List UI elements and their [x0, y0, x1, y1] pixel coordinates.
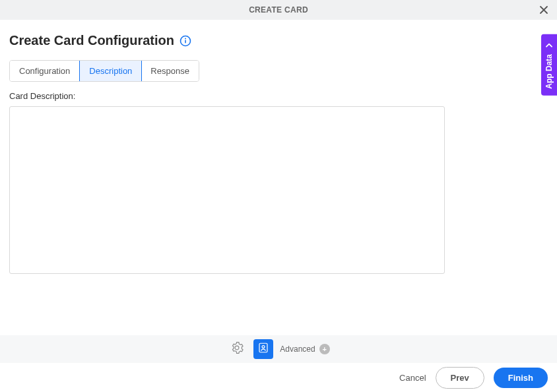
tab-response[interactable]: Response	[141, 61, 199, 81]
info-icon[interactable]	[180, 35, 191, 47]
app-data-label: App Data	[544, 54, 554, 89]
tabs: Configuration Description Response	[9, 60, 199, 82]
svg-rect-2	[185, 40, 186, 43]
description-label: Card Description:	[9, 91, 548, 101]
app-data-panel-toggle[interactable]: App Data	[541, 34, 557, 96]
page-title: Create Card Configuration	[9, 33, 174, 48]
main-content: Create Card Configuration Configuration …	[0, 20, 557, 277]
cancel-button[interactable]: Cancel	[399, 373, 426, 383]
finish-button[interactable]: Finish	[494, 368, 548, 388]
page-title-row: Create Card Configuration	[9, 33, 548, 48]
modal-title: CREATE CARD	[249, 5, 308, 15]
svg-point-1	[185, 38, 186, 39]
plus-icon: +	[319, 344, 330, 354]
gear-icon	[230, 341, 244, 357]
user-card-icon	[257, 342, 269, 356]
settings-button[interactable]	[227, 339, 247, 359]
tab-description[interactable]: Description	[79, 60, 142, 82]
modal-header: CREATE CARD	[0, 0, 557, 20]
advanced-label: Advanced	[280, 344, 315, 354]
card-description-textarea[interactable]	[9, 106, 445, 274]
chevron-left-icon	[546, 41, 552, 50]
bottom-toolbar: Advanced +	[0, 335, 557, 363]
modal-footer: Cancel Prev Finish	[0, 363, 557, 392]
svg-point-4	[262, 346, 265, 348]
user-card-button[interactable]	[253, 339, 273, 359]
advanced-toggle[interactable]: Advanced +	[280, 344, 329, 354]
prev-button[interactable]: Prev	[436, 367, 484, 389]
tab-configuration[interactable]: Configuration	[10, 61, 80, 81]
close-icon[interactable]	[539, 5, 549, 15]
